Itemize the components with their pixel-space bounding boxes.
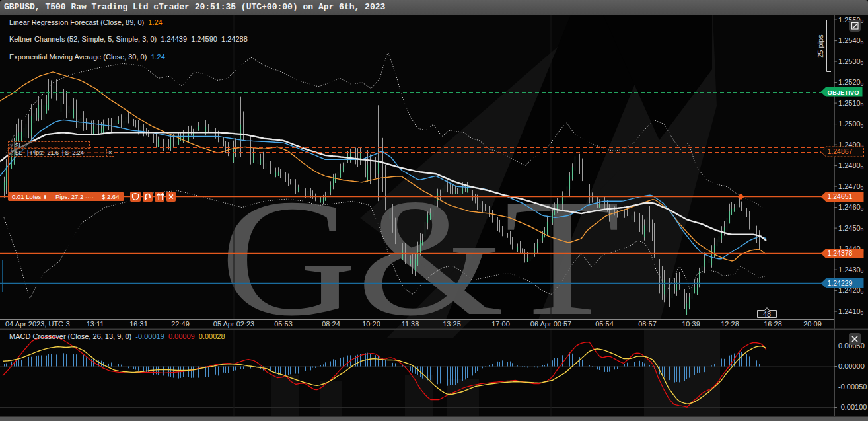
svg-text:05 Apr 02:23: 05 Apr 02:23 [213, 320, 254, 328]
svg-text:48: 48 [763, 310, 771, 318]
svg-text:12:28: 12:28 [721, 320, 739, 328]
svg-text:22:49: 22:49 [171, 320, 190, 328]
svg-text:16:31: 16:31 [129, 320, 148, 328]
svg-text:17:00: 17:00 [491, 320, 510, 328]
svg-text:20:09: 20:09 [803, 320, 822, 328]
svg-text:1.24378: 1.24378 [828, 249, 853, 257]
svg-text:OBJETIVO: OBJETIVO [828, 89, 859, 96]
svg-text:1.24867: 1.24867 [828, 147, 853, 155]
svg-text:1.25000: 1.25000 [838, 120, 864, 129]
svg-text:13:11: 13:11 [87, 320, 104, 328]
svg-text:1.24800: 1.24800 [838, 161, 864, 171]
svg-text:08:24: 08:24 [322, 320, 340, 328]
svg-text:1.25200: 1.25200 [838, 78, 864, 87]
svg-text:1.24500: 1.24500 [838, 224, 864, 233]
svg-text:16:28: 16:28 [764, 320, 782, 328]
svg-text:1.24300: 1.24300 [838, 266, 864, 275]
svg-text:1.24600: 1.24600 [838, 203, 864, 212]
svg-text:1.24229: 1.24229 [828, 279, 853, 287]
svg-text:10:20: 10:20 [362, 320, 380, 328]
svg-text:1.24700: 1.24700 [838, 182, 864, 192]
svg-text:04 Apr 2023, UTC-3: 04 Apr 2023, UTC-3 [5, 320, 70, 328]
svg-text:25 pips: 25 pips [816, 34, 824, 58]
svg-text:1.25400: 1.25400 [838, 36, 864, 46]
svg-text:-0.00050: -0.00050 [838, 383, 867, 391]
svg-text:08:57: 08:57 [638, 320, 657, 328]
svg-text:-0.00100: -0.00100 [838, 403, 867, 411]
svg-text:05:54: 05:54 [595, 320, 614, 328]
svg-text:1.24651: 1.24651 [828, 192, 853, 200]
svg-text:10:39: 10:39 [682, 320, 700, 328]
svg-text:13:25: 13:25 [443, 320, 461, 328]
svg-text:1.24100: 1.24100 [838, 307, 864, 317]
svg-text:1.25300: 1.25300 [838, 57, 864, 67]
svg-text:05:53: 05:53 [274, 320, 293, 328]
svg-text:0.00000: 0.00000 [838, 362, 865, 370]
svg-text:11:38: 11:38 [402, 320, 419, 328]
svg-text:06 Apr 00:57: 06 Apr 00:57 [530, 320, 571, 328]
svg-text:1.25100: 1.25100 [838, 99, 864, 108]
